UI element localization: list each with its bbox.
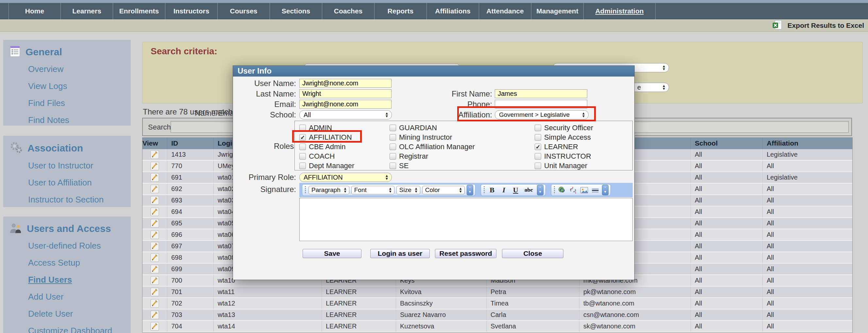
nav-item-learners[interactable]: Learners bbox=[61, 3, 113, 19]
role-option-mining-instructor[interactable]: Mining Instructor bbox=[390, 133, 475, 142]
nav-item-courses[interactable]: Courses bbox=[218, 3, 270, 19]
column-header[interactable]: School bbox=[691, 138, 763, 149]
edit-user-pencil-icon[interactable] bbox=[143, 241, 167, 252]
edit-user-pencil-icon[interactable] bbox=[143, 172, 167, 183]
edit-user-pencil-icon[interactable] bbox=[143, 309, 167, 320]
edit-user-pencil-icon[interactable] bbox=[143, 252, 167, 263]
nav-item-home[interactable]: Home bbox=[8, 3, 61, 19]
edit-user-pencil-icon[interactable] bbox=[143, 229, 167, 240]
role-option-learner[interactable]: ✓LEARNER bbox=[535, 143, 593, 151]
checkbox-checked[interactable]: ✓ bbox=[535, 144, 541, 150]
nav-item-enrollments[interactable]: Enrollments bbox=[113, 3, 165, 19]
checkbox[interactable] bbox=[299, 144, 306, 150]
toolbar-overflow-button[interactable]: ”▾ bbox=[467, 185, 473, 195]
sidebar-item-add-user[interactable]: Add User bbox=[28, 292, 131, 302]
checkbox[interactable] bbox=[299, 163, 306, 169]
drag-grip-icon[interactable] bbox=[483, 186, 485, 194]
sidebar-item-view-logs[interactable]: View Logs bbox=[28, 81, 131, 91]
login-as-user-button[interactable]: Login as user bbox=[370, 249, 430, 258]
sidebar-item-customize-dashboard[interactable]: Customize Dashboard bbox=[28, 326, 131, 333]
last-name-input[interactable] bbox=[299, 89, 392, 98]
role-option-se[interactable]: SE bbox=[390, 162, 475, 170]
sidebar-item-find-users[interactable]: Find Users bbox=[28, 275, 131, 285]
role-option-cbe-admin[interactable]: CBE Admin bbox=[299, 143, 354, 151]
toolbar-overflow-button[interactable]: ”▾ bbox=[537, 185, 544, 195]
drag-grip-icon[interactable] bbox=[304, 186, 307, 194]
unlink-icon[interactable] bbox=[569, 186, 578, 195]
column-header[interactable]: Affiliation bbox=[763, 138, 852, 149]
checkbox-checked[interactable]: ✓ bbox=[299, 134, 306, 141]
font-dropdown[interactable]: Font▲▼ bbox=[351, 186, 395, 194]
checkbox[interactable] bbox=[390, 163, 396, 169]
edit-user-pencil-icon[interactable] bbox=[143, 275, 167, 286]
nav-item-coaches[interactable]: Coaches bbox=[322, 3, 374, 19]
paragraph-dropdown[interactable]: Paragraph▲▼ bbox=[309, 186, 349, 194]
checkbox[interactable] bbox=[535, 153, 541, 160]
size-dropdown[interactable]: Size▲▼ bbox=[396, 186, 420, 194]
checkbox[interactable] bbox=[390, 124, 396, 131]
phone-input[interactable] bbox=[495, 100, 587, 109]
checkbox[interactable] bbox=[390, 153, 396, 160]
role-option-coach[interactable]: COACH bbox=[299, 152, 354, 161]
link-icon[interactable] bbox=[558, 186, 567, 195]
export-to-excel-button[interactable]: Export Results to Excel bbox=[772, 19, 864, 32]
sidebar-item-overview[interactable]: Overview bbox=[28, 64, 131, 74]
role-option-registrar[interactable]: Registrar bbox=[390, 152, 475, 161]
nav-item-attendance[interactable]: Attendance bbox=[479, 3, 531, 19]
nav-item-instructors[interactable]: Instructors bbox=[165, 3, 218, 19]
email-input[interactable] bbox=[299, 100, 392, 109]
nav-item-management[interactable]: Management bbox=[531, 3, 584, 19]
edit-user-pencil-icon[interactable] bbox=[143, 149, 167, 160]
toolbar-overflow-button[interactable]: ”▾ bbox=[602, 185, 609, 195]
edit-user-pencil-icon[interactable] bbox=[143, 298, 167, 309]
edit-user-pencil-icon[interactable] bbox=[143, 184, 167, 194]
sidebar-item-user-defined-roles[interactable]: User-defined Roles bbox=[28, 241, 131, 251]
edit-user-pencil-icon[interactable] bbox=[143, 321, 167, 332]
nav-item-administration[interactable]: Administration bbox=[584, 3, 656, 19]
horizontal-rule-icon[interactable] bbox=[591, 186, 600, 195]
checkbox[interactable] bbox=[299, 153, 306, 160]
checkbox[interactable] bbox=[535, 124, 541, 131]
checkbox[interactable] bbox=[390, 144, 396, 150]
checkbox[interactable] bbox=[299, 124, 306, 131]
nav-item-reports[interactable]: Reports bbox=[374, 3, 427, 19]
role-option-affiliation[interactable]: ✓AFFILIATION bbox=[299, 133, 354, 142]
save-button[interactable]: Save bbox=[303, 249, 362, 258]
signature-textarea[interactable] bbox=[299, 198, 633, 241]
bold-button[interactable]: B bbox=[487, 186, 497, 194]
role-option-olc-affiliation-manager[interactable]: OLC Affiliation Manager bbox=[390, 143, 475, 151]
school-dropdown[interactable]: All ▲▼ bbox=[299, 110, 392, 119]
role-option-guardian[interactable]: GUARDIAN bbox=[390, 123, 475, 132]
sidebar-item-find-files[interactable]: Find Files bbox=[28, 98, 131, 108]
role-option-dept-manager[interactable]: Dept Manager bbox=[299, 162, 354, 170]
user-name-input[interactable] bbox=[299, 79, 392, 88]
strikethrough-button[interactable]: abc bbox=[523, 187, 535, 193]
edit-user-pencil-icon[interactable] bbox=[143, 206, 167, 217]
role-option-instructor[interactable]: INSTRUCTOR bbox=[535, 152, 593, 161]
drag-grip-icon[interactable] bbox=[553, 186, 556, 194]
first-name-input[interactable] bbox=[495, 89, 587, 98]
role-option-simple-access[interactable]: Simple Access bbox=[535, 133, 593, 142]
primary-role-dropdown[interactable]: AFFILIATION ▲▼ bbox=[299, 173, 392, 182]
edit-user-pencil-icon[interactable] bbox=[143, 161, 167, 171]
checkbox[interactable] bbox=[390, 134, 396, 141]
sidebar-item-access-setup[interactable]: Access Setup bbox=[28, 258, 131, 268]
edit-user-pencil-icon[interactable] bbox=[143, 263, 167, 274]
edit-user-pencil-icon[interactable] bbox=[143, 286, 167, 297]
italic-button[interactable]: I bbox=[499, 186, 509, 194]
edit-user-pencil-icon[interactable] bbox=[143, 218, 167, 229]
sidebar-item-instructor-to-section[interactable]: Instructor to Section bbox=[28, 195, 131, 205]
role-option-unit-manager[interactable]: Unit Manager bbox=[535, 162, 593, 170]
nav-item-affiliations[interactable]: Affiliations bbox=[427, 3, 479, 19]
column-header[interactable]: View bbox=[143, 138, 167, 149]
checkbox[interactable] bbox=[535, 163, 541, 169]
edit-user-pencil-icon[interactable] bbox=[143, 195, 167, 206]
image-icon[interactable] bbox=[580, 186, 589, 195]
reset-password-button[interactable]: Reset password bbox=[435, 249, 496, 258]
nav-item-sections[interactable]: Sections bbox=[270, 3, 322, 19]
color-dropdown[interactable]: Color▲▼ bbox=[422, 186, 465, 194]
sidebar-item-find-notes[interactable]: Find Notes bbox=[28, 115, 131, 125]
sidebar-item-user-to-affiliation[interactable]: User to Affiliation bbox=[28, 177, 131, 188]
close-button[interactable]: Close bbox=[502, 249, 563, 258]
sidebar-item-user-to-instructor[interactable]: User to Instructor bbox=[28, 161, 131, 171]
